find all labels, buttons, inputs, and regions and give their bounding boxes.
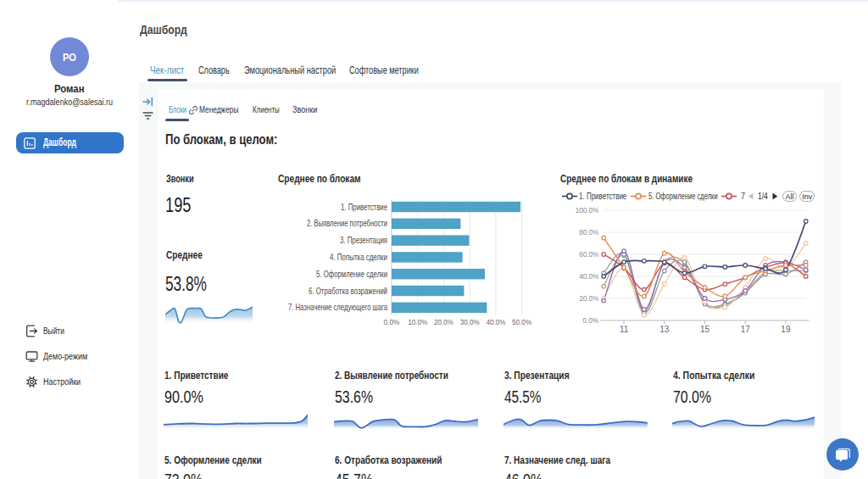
svg-text:40.0%: 40.0%	[579, 272, 598, 281]
svg-text:0.0%: 0.0%	[582, 316, 598, 325]
svg-text:20.0%: 20.0%	[579, 294, 598, 303]
svg-text:4. Попытка сделки: 4. Попытка сделки	[330, 252, 387, 262]
svg-text:30.0%: 30.0%	[460, 317, 480, 326]
svg-text:13: 13	[659, 325, 670, 332]
svg-text:20.0%: 20.0%	[434, 317, 453, 326]
svg-text:80.0%: 80.0%	[579, 228, 598, 237]
svg-text:7. Назначение следующего шага: 7. Назначение следующего шага	[288, 302, 387, 312]
svg-text:6. Отработка возражений: 6. Отработка возражений	[309, 286, 387, 296]
svg-text:17: 17	[741, 325, 751, 332]
svg-text:100.0%: 100.0%	[576, 206, 599, 214]
svg-text:2. Выявление потребности: 2. Выявление потребности	[307, 218, 387, 228]
svg-text:60.0%: 60.0%	[579, 250, 598, 259]
svg-text:1. Приветствие: 1. Приветствие	[341, 202, 387, 212]
svg-text:0.0%: 0.0%	[384, 317, 400, 326]
svg-text:3. Презентация: 3. Презентация	[340, 235, 387, 245]
svg-text:11: 11	[620, 325, 629, 332]
svg-text:5. Оформление сделки: 5. Оформление сделки	[316, 269, 387, 279]
svg-text:10.0%: 10.0%	[408, 317, 427, 326]
svg-text:50.0%: 50.0%	[512, 317, 531, 326]
svg-text:40.0%: 40.0%	[486, 317, 505, 326]
svg-text:15: 15	[700, 325, 710, 332]
svg-text:19: 19	[781, 325, 791, 332]
